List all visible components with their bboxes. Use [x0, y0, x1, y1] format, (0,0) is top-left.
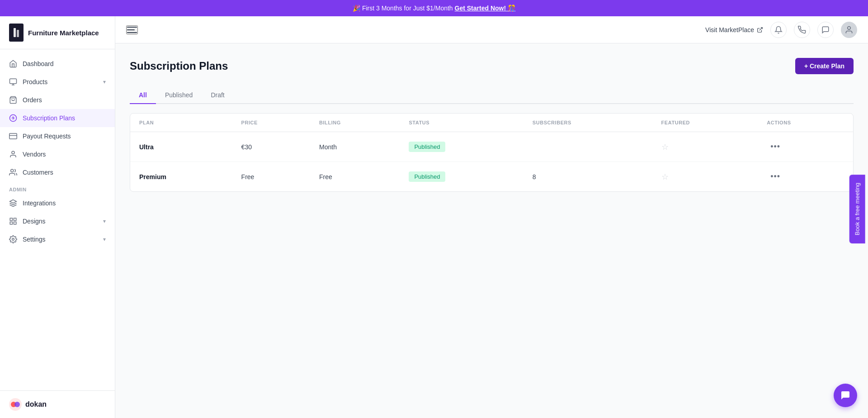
- promo-banner: 🎉 First 3 Months for Just $1/Month Get S…: [0, 0, 868, 16]
- sidebar-item-products[interactable]: Products ▾: [0, 73, 115, 91]
- actions-button-ultra[interactable]: •••: [767, 140, 784, 153]
- message-circle-icon: [821, 26, 830, 34]
- col-actions: ACTIONS: [758, 114, 853, 132]
- subscription-tabs: All Published Draft: [130, 87, 854, 104]
- col-billing: BILLING: [310, 114, 400, 132]
- svg-point-19: [14, 402, 20, 407]
- chat-support-button[interactable]: [817, 22, 834, 38]
- svg-rect-0: [14, 28, 16, 37]
- col-featured: FEATURED: [652, 114, 758, 132]
- svg-point-10: [11, 169, 14, 172]
- tab-draft[interactable]: Draft: [202, 87, 233, 104]
- table-row: Premium Free Free Published 8 ☆ •••: [130, 162, 853, 192]
- chat-fab-button[interactable]: [834, 384, 857, 407]
- sidebar-item-label: Products: [23, 78, 47, 86]
- svg-rect-2: [10, 79, 17, 84]
- sidebar-item-label: Designs: [23, 218, 46, 225]
- user-avatar[interactable]: [841, 22, 857, 38]
- visit-marketplace-text: Visit MarketPlace: [705, 26, 754, 33]
- credit-card-icon: [9, 132, 17, 140]
- sidebar-item-payout-requests[interactable]: Payout Requests: [0, 127, 115, 145]
- svg-rect-13: [14, 218, 16, 220]
- sidebar-item-dashboard[interactable]: Dashboard: [0, 55, 115, 73]
- avatar-icon: [844, 25, 854, 34]
- tab-all[interactable]: All: [130, 87, 156, 104]
- sidebar-item-integrations[interactable]: Integrations: [0, 194, 115, 212]
- sidebar-item-label: Orders: [23, 96, 42, 104]
- phone-button[interactable]: [794, 22, 810, 38]
- plan-subscribers-premium: 8: [524, 162, 652, 192]
- dokan-brand-icon: [9, 398, 22, 411]
- promo-text: 🎉 First 3 Months for Just $1/Month: [353, 5, 453, 12]
- chevron-down-icon: ▾: [103, 79, 106, 85]
- sidebar-item-label: Integrations: [23, 200, 56, 207]
- col-plan: PLAN: [130, 114, 232, 132]
- svg-point-16: [12, 238, 14, 241]
- plans-table-container: PLAN PRICE BILLING STATUS SUBSCRIBERS FE…: [130, 113, 854, 192]
- svg-point-9: [12, 151, 14, 154]
- phone-icon: [798, 26, 806, 34]
- plan-name-premium: Premium: [139, 173, 166, 180]
- page-body: Subscription Plans + Create Plan All Pub…: [115, 43, 868, 418]
- plan-name-ultra: Ultra: [139, 143, 154, 151]
- status-badge-ultra: Published: [409, 142, 445, 152]
- sidebar-item-designs[interactable]: Designs ▾: [0, 212, 115, 230]
- table-header: PLAN PRICE BILLING STATUS SUBSCRIBERS FE…: [130, 114, 853, 132]
- sidebar-navigation: Dashboard Products ▾ Orders: [0, 49, 115, 390]
- plan-billing-ultra: Month: [310, 132, 400, 162]
- chevron-down-icon: ▾: [103, 218, 106, 224]
- promo-cta[interactable]: Get Started Now! 🎊: [455, 5, 515, 12]
- sidebar-item-label: Vendors: [23, 151, 46, 158]
- layers-icon: [9, 199, 17, 207]
- sidebar: Furniture Marketplace Dashboard Products…: [0, 16, 115, 418]
- table-row: Ultra €30 Month Published ☆ •••: [130, 132, 853, 162]
- sidebar-item-label: Settings: [23, 236, 46, 243]
- svg-marker-11: [10, 200, 17, 204]
- dokan-brand-name: dokan: [25, 400, 47, 408]
- cog-icon: [9, 235, 17, 243]
- featured-star-premium[interactable]: ☆: [661, 172, 669, 181]
- plan-price-premium: Free: [232, 162, 310, 192]
- notifications-button[interactable]: [770, 22, 787, 38]
- plan-subscribers-ultra: [524, 132, 652, 162]
- menu-toggle-button[interactable]: [126, 25, 138, 34]
- user-icon: [9, 150, 17, 158]
- sidebar-item-label: Payout Requests: [23, 133, 71, 140]
- logo-icon: [9, 24, 24, 42]
- svg-point-24: [848, 26, 851, 29]
- header-actions: Visit MarketPlace: [705, 22, 857, 38]
- status-badge-premium: Published: [409, 171, 445, 182]
- grid-icon: [9, 217, 17, 225]
- visit-marketplace-link[interactable]: Visit MarketPlace: [705, 26, 763, 33]
- box-icon: [9, 78, 17, 86]
- svg-rect-1: [17, 30, 19, 37]
- svg-line-23: [760, 27, 762, 30]
- refresh-circle-icon: [9, 114, 17, 122]
- sidebar-item-vendors[interactable]: Vendors: [0, 145, 115, 163]
- featured-star-ultra[interactable]: ☆: [661, 142, 669, 152]
- plan-price-ultra: €30: [232, 132, 310, 162]
- create-plan-button[interactable]: + Create Plan: [795, 58, 854, 74]
- plan-billing-premium: Free: [310, 162, 400, 192]
- col-status: STATUS: [400, 114, 523, 132]
- external-link-icon: [757, 27, 763, 33]
- users-icon: [9, 168, 17, 176]
- svg-rect-15: [10, 222, 12, 224]
- col-subscribers: SUBSCRIBERS: [524, 114, 652, 132]
- sidebar-item-label: Dashboard: [23, 60, 54, 67]
- sidebar-item-customers[interactable]: Customers: [0, 163, 115, 181]
- sidebar-item-orders[interactable]: Orders: [0, 91, 115, 109]
- shopping-bag-icon: [9, 96, 17, 104]
- logo-text: Furniture Marketplace: [28, 29, 99, 37]
- chevron-down-icon: ▾: [103, 236, 106, 242]
- sidebar-item-subscription-plans[interactable]: Subscription Plans: [0, 109, 115, 127]
- sidebar-item-settings[interactable]: Settings ▾: [0, 230, 115, 248]
- dokan-logo: dokan: [9, 398, 106, 411]
- home-icon: [9, 60, 17, 68]
- svg-rect-14: [14, 222, 16, 224]
- svg-rect-7: [9, 133, 17, 139]
- main-content: Visit MarketPlace Subscri: [115, 16, 868, 418]
- actions-button-premium[interactable]: •••: [767, 170, 784, 183]
- tab-published[interactable]: Published: [156, 87, 202, 104]
- book-meeting-button[interactable]: Book a free meeting: [849, 175, 865, 243]
